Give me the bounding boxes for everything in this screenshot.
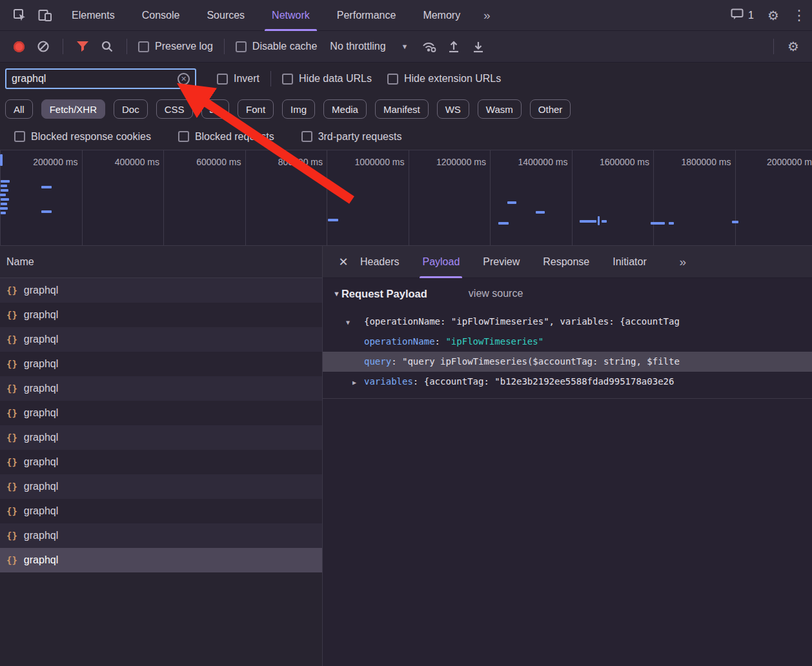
blocked-requests-checkbox[interactable]: Blocked requests [178,131,274,143]
request-row[interactable]: {}graphql [0,401,322,425]
type-filter-js[interactable]: JS [201,99,230,119]
payload-root-line[interactable]: ▼{operationName: "ipFlowTimeseries", var… [323,312,812,332]
request-name: graphql [24,481,58,492]
details-tab-initiator[interactable]: Initiator [613,246,646,278]
expanded-triangle-icon[interactable]: ▼ [346,312,364,332]
request-row[interactable]: {}graphql [0,327,322,352]
filter-input[interactable] [12,73,178,85]
request-row[interactable]: {}graphql [0,376,322,401]
payload-key: operationName [364,336,435,347]
type-filter-wasm[interactable]: Wasm [478,99,522,119]
collapsed-triangle-icon[interactable]: ▶ [352,372,364,392]
request-row-selected[interactable]: {}graphql [0,548,322,572]
view-source-link[interactable]: view source [469,288,523,299]
name-column-header[interactable]: Name [0,246,322,278]
record-button[interactable] [6,34,31,59]
details-tab-headers[interactable]: Headers [360,246,399,278]
request-name: graphql [24,456,58,468]
close-details-icon[interactable]: ✕ [333,255,354,269]
export-har-icon[interactable] [466,34,491,59]
waterfall-bar [0,207,8,210]
waterfall-bar [598,216,600,225]
type-filter-css[interactable]: CSS [156,99,193,119]
collapse-triangle-icon: ▼ [333,290,340,298]
waterfall-bar [1,198,9,201]
type-filter-media[interactable]: Media [323,99,367,119]
type-filter-img[interactable]: Img [282,99,315,119]
checkbox-box [217,74,228,85]
devtools-window: Elements Console Sources Network Perform… [0,0,812,666]
request-row[interactable]: {}graphql [0,523,322,548]
details-tab-preview[interactable]: Preview [483,246,520,278]
type-filter-fetch-xhr[interactable]: Fetch/XHR [41,99,105,119]
fetch-braces-icon: {} [6,359,17,369]
issues-count: 1 [748,10,754,21]
payload-variables-line[interactable]: ▶variables: {accountTag: "b12e3b2192ee55… [323,372,812,392]
waterfall-bar [669,222,674,225]
request-row[interactable]: {}graphql [0,352,322,376]
requests-panel: Name {}graphql {}graphql {}graphql {}gra… [0,246,323,666]
fetch-braces-icon: {} [6,383,17,394]
checkbox-box [236,41,247,52]
filter-toggle-icon[interactable] [70,34,95,59]
request-row[interactable]: {}graphql [0,278,322,303]
more-details-tabs-icon[interactable]: » [670,247,696,278]
payload-operation-line[interactable]: operationName: "ipFlowTimeseries" [323,332,812,352]
network-conditions-icon[interactable] [417,34,442,59]
network-settings-gear-icon[interactable]: ⚙ [781,34,806,59]
throttling-select[interactable]: No throttling ▼ [321,41,417,52]
waterfall-bar [41,186,52,188]
kebab-menu-icon[interactable]: ⋮ [786,0,812,31]
waterfall-bar [507,201,516,204]
payload-key: query [364,356,391,367]
waterfall-bar [1,212,6,214]
tab-memory[interactable]: Memory [409,0,474,31]
waterfall-bar [536,211,545,214]
type-filter-all[interactable]: All [5,99,33,119]
type-filter-ws[interactable]: WS [437,99,469,119]
clear-button[interactable] [31,34,56,59]
disable-cache-checkbox[interactable]: Disable cache [236,41,318,52]
tab-console[interactable]: Console [128,0,194,31]
device-toolbar-icon[interactable] [32,0,58,31]
type-filter-other[interactable]: Other [530,99,571,119]
details-tab-response[interactable]: Response [543,246,589,278]
clear-filter-icon[interactable]: ✕ [178,73,190,85]
payload-query-line-selected[interactable]: query: "query ipFlowTimeseries($accountT… [323,352,812,372]
request-row[interactable]: {}graphql [0,450,322,474]
tab-sources[interactable]: Sources [193,0,258,31]
request-payload-section-header[interactable]: ▼ Request Payload view source [323,278,812,309]
request-name: graphql [24,505,58,517]
disable-cache-label: Disable cache [252,41,318,52]
type-filter-manifest[interactable]: Manifest [375,99,429,119]
preserve-log-checkbox[interactable]: Preserve log [138,41,213,52]
request-row[interactable]: {}graphql [0,303,322,327]
settings-gear-icon[interactable]: ⚙ [760,0,786,31]
import-har-icon[interactable] [442,34,466,59]
request-row[interactable]: {}graphql [0,474,322,499]
fetch-braces-icon: {} [6,481,17,492]
blocked-response-cookies-checkbox[interactable]: Blocked response cookies [14,131,151,143]
hide-data-urls-checkbox[interactable]: Hide data URLs [282,73,372,85]
request-row[interactable]: {}graphql [0,499,322,523]
type-filter-doc[interactable]: Doc [114,99,148,119]
type-filter-font[interactable]: Font [238,99,274,119]
request-name: graphql [24,358,58,370]
invert-checkbox[interactable]: Invert [217,73,259,85]
more-panels-icon[interactable]: » [474,0,500,31]
request-name: graphql [24,285,58,296]
request-row[interactable]: {}graphql [0,425,322,450]
details-tab-payload[interactable]: Payload [422,246,460,278]
hide-extension-urls-checkbox[interactable]: Hide extension URLs [387,73,501,85]
third-party-requests-checkbox[interactable]: 3rd-party requests [301,131,402,143]
tab-performance[interactable]: Performance [323,0,410,31]
issues-button[interactable]: 1 [724,8,760,23]
network-overview-timeline[interactable]: 200000 ms 400000 ms 600000 ms 800000 ms … [0,150,812,245]
payload-summary: {operationName: "ipFlowTimeseries", vari… [364,316,680,327]
fetch-braces-icon: {} [6,408,17,418]
search-icon[interactable] [95,34,119,59]
timeline-label: 1400000 ms [490,150,572,245]
tab-network[interactable]: Network [258,0,323,31]
inspect-element-icon[interactable] [6,0,32,31]
tab-elements[interactable]: Elements [58,0,128,31]
